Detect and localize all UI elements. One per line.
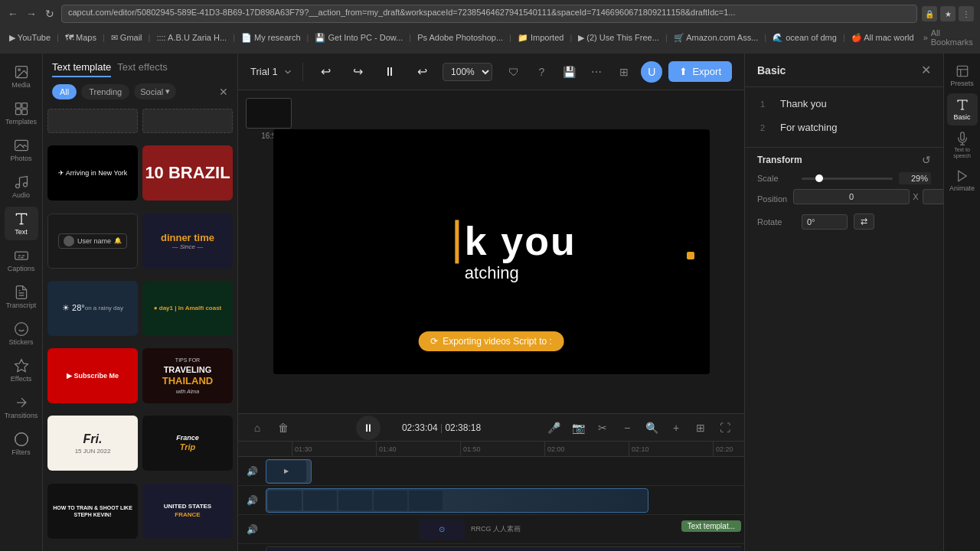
bookmark-gmail[interactable]: ✉ Gmail — [108, 31, 145, 44]
timeline-minus-btn[interactable]: − — [617, 418, 637, 438]
rs-item-basic[interactable]: Basic — [947, 93, 978, 126]
sidebar-item-transitions[interactable]: Transitions — [5, 390, 38, 424]
bookmark-ocean[interactable]: 🌊 ocean of dmg — [769, 31, 840, 44]
redo-button[interactable]: ↪ — [346, 60, 369, 83]
timeline-fullscreen-btn[interactable]: ⛶ — [715, 418, 735, 438]
app-container: Media Templates Photos Audio Text Captio… — [0, 54, 980, 551]
zoom-select[interactable]: 100% — [443, 63, 492, 81]
template-item-blank-2[interactable] — [142, 109, 233, 133]
template-item-steph-kevin[interactable]: HOW TO TRAIN & SHOOT LIKE STEPH KEVIN! — [47, 484, 138, 539]
timeline-mic-btn[interactable]: 🎤 — [544, 418, 564, 438]
reload-button[interactable]: ↻ — [43, 7, 57, 21]
sidebar-item-transcript[interactable]: Transcript — [5, 280, 38, 314]
bookmark-use-this[interactable]: ▶ (2) Use This Free... — [575, 31, 662, 44]
extension-icon-2[interactable]: ★ — [940, 6, 956, 21]
text-item-label-1: Thank you — [780, 98, 928, 109]
template-item-friday[interactable]: Fri. 15 JUN 2022 — [47, 416, 138, 471]
save-icon-btn[interactable]: 💾 — [558, 61, 580, 83]
sidebar-item-text[interactable]: Text — [5, 207, 38, 240]
timeline-play-btn[interactable]: ⏸ — [356, 416, 381, 440]
bookmark-imported[interactable]: 📁 Imported — [514, 31, 567, 44]
sidebar-item-audio[interactable]: Audio — [5, 170, 38, 204]
rs-item-animate[interactable]: Animate — [947, 165, 978, 197]
track-clip-audio[interactable] — [266, 546, 741, 552]
timeline-delete-btn[interactable]: 🗑 — [273, 418, 293, 438]
bookmark-youtube[interactable]: ▶ YouTube — [6, 31, 54, 44]
filter-trending[interactable]: Trending — [81, 84, 129, 99]
transform-reset-btn[interactable]: ↺ — [922, 154, 931, 166]
filter-clear-button[interactable]: ✕ — [219, 86, 228, 98]
sidebar-item-filters[interactable]: Filters — [5, 427, 38, 461]
project-name[interactable]: Trial 1 — [250, 66, 293, 77]
more-options-btn[interactable]: ⋯ — [586, 61, 607, 83]
canvas-text-overlay: k you atching — [455, 220, 577, 283]
bookmark-adobe[interactable]: Ps Adobe Photoshop... — [414, 31, 506, 44]
help-icon-btn[interactable]: ? — [531, 61, 552, 83]
track-clip-video-1[interactable]: ▶ — [266, 459, 312, 484]
bookmark-getintopc[interactable]: 💾 Get Into PC - Dow... — [312, 31, 406, 44]
template-item-arrive-ny[interactable]: ✈ Arriving in New York — [47, 145, 138, 201]
shield-icon-btn[interactable]: 🛡 — [503, 61, 524, 83]
bookmark-maps[interactable]: 🗺 Maps — [62, 31, 100, 44]
scale-slider[interactable] — [802, 178, 893, 180]
track-row-2: 🔊 — [238, 486, 744, 515]
template-item-tips-thailand[interactable]: TIPS FOR TRAVELING THAILAND with Alma — [142, 348, 233, 403]
bookmark-research[interactable]: 📄 My research — [238, 31, 304, 44]
sidebar-item-media[interactable]: Media — [5, 60, 38, 93]
timeline-cam-btn[interactable]: 📷 — [568, 418, 588, 438]
sidebar-item-effects[interactable]: Effects — [5, 354, 38, 387]
rotate-input[interactable] — [802, 214, 848, 230]
address-bar[interactable]: capcut.com/editor/50802945-589E-41D3-8B6… — [61, 5, 917, 23]
rs-item-presets[interactable]: Presets — [947, 60, 978, 92]
rotate-flip-btn[interactable]: ⇄ — [854, 214, 874, 230]
more-bookmarks[interactable]: » — [923, 33, 928, 42]
play-pause-button[interactable]: ⏸ — [378, 60, 401, 83]
template-item-united-states-france[interactable]: UNITED STATES FRANCE — [142, 484, 233, 539]
timeline-trim-btn[interactable]: ⌂ — [247, 418, 267, 438]
export-button[interactable]: ⬆ Export — [668, 61, 732, 82]
template-item-day1-amalfi[interactable]: ● day1 | In Amalfi coast — [142, 281, 233, 336]
text-item-num-1: 1 — [760, 99, 773, 109]
template-item-username[interactable]: User name 🔔 — [47, 214, 138, 269]
tab-text-effects[interactable]: Text effects — [117, 61, 168, 77]
text-item-2[interactable]: 2 For watching — [754, 117, 934, 138]
timeline-cut-btn[interactable]: ✂ — [593, 418, 612, 438]
track-clip-main-video[interactable] — [266, 488, 648, 513]
layout-btn[interactable]: ⊞ — [613, 61, 635, 83]
all-bookmarks-label[interactable]: All Bookmarks — [931, 28, 974, 47]
sidebar-item-captions[interactable]: Captions — [5, 243, 38, 277]
track-content-2 — [266, 488, 741, 513]
timeline-controls: 🎤 📷 ✂ − 🔍 + ⊞ ⛶ — [544, 418, 735, 438]
pos-x-input[interactable] — [793, 189, 910, 204]
bookmark-amazon[interactable]: 🛒 Amazon.com Ass... — [671, 31, 762, 44]
template-item-france-trip[interactable]: France Trip — [142, 416, 233, 471]
timeline-expand-btn[interactable]: ⊞ — [691, 418, 710, 438]
timeline-zoom-minus[interactable]: 🔍 — [642, 418, 662, 438]
filter-all[interactable]: All — [52, 84, 77, 99]
filter-social-dropdown[interactable]: Social ▾ — [134, 83, 176, 99]
tab-text-template[interactable]: Text template — [52, 61, 111, 77]
sidebar-item-templates[interactable]: Templates — [5, 96, 38, 130]
undo-button[interactable]: ↩ — [314, 60, 337, 83]
user-avatar-btn[interactable]: U — [641, 61, 662, 83]
rs-item-tts[interactable]: Text to speech — [947, 127, 978, 163]
text-items-list: 1 Thank you 2 For watching — [745, 87, 943, 147]
bookmark-allmacos[interactable]: 🍎 All mac world — [848, 31, 917, 44]
sidebar-item-stickers[interactable]: Stickers — [5, 317, 38, 350]
text-template-clip[interactable]: Text templat... — [681, 520, 741, 532]
back-button[interactable]: ← — [6, 7, 20, 21]
right-panel-close[interactable]: ✕ — [921, 63, 931, 77]
extension-icon-1[interactable]: 🔒 — [922, 6, 937, 21]
bookmark-abuzaria[interactable]: :::: A.B.U Zaria H... — [153, 31, 230, 44]
template-item-brazil[interactable]: 10 BRAZIL — [142, 145, 233, 201]
template-item-blank-1[interactable] — [47, 109, 138, 133]
template-item-subscribe[interactable]: ▶ Subscribe Me — [47, 348, 138, 403]
forward-button[interactable]: → — [24, 7, 38, 21]
template-item-dinnertime[interactable]: dinner time — Since — — [142, 214, 233, 269]
sidebar-item-photos[interactable]: Photos — [5, 133, 38, 167]
timeline-plus-btn[interactable]: + — [666, 418, 686, 438]
skip-back-button[interactable]: ↩ — [410, 60, 433, 83]
text-item-1[interactable]: 1 Thank you — [754, 93, 934, 114]
extension-icon-3[interactable]: ⋮ — [959, 6, 974, 21]
template-item-weather[interactable]: ☀ 28° on a rainy day — [47, 281, 138, 336]
